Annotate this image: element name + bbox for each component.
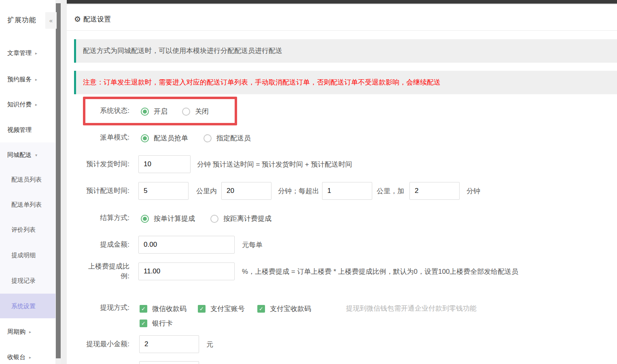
floor-fee-row: %，上楼费提成 = 订单上楼费 * 上楼费提成比例，默认为0，设置100上楼费全… bbox=[138, 262, 518, 280]
checkbox-checked-icon[interactable]: ✓ bbox=[257, 305, 265, 313]
dispatch-mode-label: 派单模式: bbox=[77, 133, 129, 142]
sidebar-subitem-withdraw-records[interactable]: 提现记录 bbox=[11, 277, 36, 285]
sidebar-item-articles[interactable]: 文章管理▸ bbox=[7, 49, 37, 57]
system-status-options: 开启 关闭 bbox=[141, 107, 209, 116]
radio-unselected-icon[interactable] bbox=[204, 134, 212, 142]
delivery-km-input[interactable] bbox=[138, 182, 189, 200]
floor-fee-label: 上楼费提成比例: bbox=[87, 262, 129, 281]
page-title: 配送设置 bbox=[83, 15, 111, 23]
sidebar-item-cashier[interactable]: 收银台▸ bbox=[7, 353, 31, 361]
sidebar-submenu-region bbox=[0, 142, 55, 294]
chevron-right-icon: ▸ bbox=[29, 330, 31, 334]
min-withdraw-suffix: 元 bbox=[206, 340, 213, 349]
delivery-extra-km-input[interactable] bbox=[322, 182, 372, 200]
radio-selected-icon[interactable] bbox=[141, 215, 149, 223]
partial-bottom-input[interactable] bbox=[139, 361, 199, 364]
chevron-down-icon: ▾ bbox=[35, 153, 37, 157]
radio-option-assign[interactable]: 指定配送员 bbox=[204, 133, 251, 143]
header-divider bbox=[67, 30, 617, 31]
ship-time-suffix: 分钟 预计送达时间 = 预计发货时间 + 预计配送时间 bbox=[197, 160, 352, 169]
radio-unselected-icon[interactable] bbox=[182, 108, 190, 116]
system-status-label: 系统状态: bbox=[77, 106, 129, 116]
settle-mode-options: 按单计算提成 按距离计费提成 bbox=[141, 214, 271, 223]
sidebar-subitem-review-list[interactable]: 评价列表 bbox=[11, 226, 36, 234]
sidebar-item-video[interactable]: 视频管理 bbox=[7, 126, 32, 134]
sidebar-item-booking[interactable]: 预约服务▸ bbox=[7, 75, 37, 83]
withdraw-methods-label: 提现方式: bbox=[77, 303, 129, 313]
withdraw-note: 提现到微信钱包需开通企业付款到零钱功能 bbox=[346, 304, 477, 313]
checkbox-option-alipay-account[interactable]: ✓ 支付宝账号 bbox=[198, 304, 245, 313]
min-withdraw-label: 提现最小金额: bbox=[77, 339, 129, 349]
radio-unselected-icon[interactable] bbox=[210, 215, 218, 223]
delivery-min-input[interactable] bbox=[221, 182, 271, 200]
min-withdraw-row: 元 bbox=[139, 335, 213, 353]
ship-time-label: 预计发货时间: bbox=[77, 159, 129, 169]
chevron-double-left-icon: « bbox=[49, 17, 53, 24]
sidebar-subitem-commission-detail[interactable]: 提成明细 bbox=[11, 251, 36, 259]
radio-option-on[interactable]: 开启 bbox=[141, 107, 168, 116]
checkbox-option-bank-card[interactable]: ✓ 银行卡 bbox=[140, 319, 173, 328]
sidebar-item-city-delivery[interactable]: 同城配送▾ bbox=[7, 151, 37, 159]
sidebar-subitem-delivery-orders[interactable]: 配送单列表 bbox=[11, 201, 42, 209]
chevron-right-icon: ▸ bbox=[35, 51, 37, 55]
commission-row: 元每单 bbox=[138, 236, 263, 254]
dispatch-mode-options: 配送员抢单 指定配送员 bbox=[141, 133, 251, 143]
chevron-right-icon: ▸ bbox=[35, 77, 37, 82]
main-content-card: ⚙配送设置 配送方式为同城配送时，可以使用本模块进行分配配送员进行配送 注意：订… bbox=[67, 5, 617, 364]
withdraw-methods-row2: ✓ 银行卡 bbox=[140, 319, 173, 328]
chevron-right-icon: ▸ bbox=[35, 102, 37, 107]
sidebar-item-subscription[interactable]: 周期购▸ bbox=[7, 328, 31, 336]
floor-fee-suffix: %，上楼费提成 = 订单上楼费 * 上楼费提成比例，默认为0，设置100上楼费全… bbox=[242, 267, 518, 276]
delivery-extra-min-input[interactable] bbox=[409, 182, 460, 200]
radio-option-by-distance[interactable]: 按距离计费提成 bbox=[210, 214, 271, 223]
sidebar-subitem-system-settings[interactable]: 系统设置 bbox=[11, 302, 36, 310]
sidebar-title: 扩展功能 bbox=[7, 15, 36, 25]
checkbox-option-alipay-code[interactable]: ✓ 支付宝收款码 bbox=[257, 304, 311, 313]
floor-fee-input[interactable] bbox=[138, 262, 235, 280]
withdraw-methods-row1: ✓ 微信收款码 ✓ 支付宝账号 ✓ 支付宝收款码 bbox=[140, 304, 311, 313]
warning-banner: 注意：订单发生退款时，需要进入对应的配送订单列表，手动取消配送订单，否则配送订单… bbox=[74, 71, 617, 94]
radio-selected-icon[interactable] bbox=[141, 134, 149, 142]
commission-label: 提成金额: bbox=[77, 240, 129, 250]
radio-selected-icon[interactable] bbox=[141, 108, 149, 116]
ship-time-input[interactable] bbox=[138, 155, 191, 173]
radio-option-per-order[interactable]: 按单计算提成 bbox=[141, 214, 195, 223]
checkbox-checked-icon[interactable]: ✓ bbox=[198, 305, 206, 313]
sidebar-subitem-courier-list[interactable]: 配送员列表 bbox=[11, 176, 42, 184]
commission-suffix: 元每单 bbox=[242, 240, 263, 250]
checkbox-option-wechat-code[interactable]: ✓ 微信收款码 bbox=[140, 304, 187, 313]
info-banner: 配送方式为同城配送时，可以使用本模块进行分配配送员进行配送 bbox=[74, 39, 617, 63]
sidebar-collapse-button[interactable]: « bbox=[45, 12, 57, 29]
sidebar: 扩展功能 « 文章管理▸ 预约服务▸ 知识付费▸ 视频管理 同城配送▾ 配送员列… bbox=[0, 0, 55, 364]
top-dark-bar bbox=[67, 0, 617, 4]
gear-icon: ⚙ bbox=[74, 15, 81, 23]
radio-option-off[interactable]: 关闭 bbox=[182, 107, 209, 116]
commission-input[interactable] bbox=[138, 236, 235, 254]
sidebar-item-knowledge[interactable]: 知识付费▸ bbox=[7, 100, 37, 108]
delivery-time-row: 公里内 分钟；每超出 公里，加 分钟 bbox=[138, 182, 480, 200]
checkbox-checked-icon[interactable]: ✓ bbox=[140, 320, 147, 327]
ship-time-row: 分钟 预计送达时间 = 预计发货时间 + 预计配送时间 bbox=[138, 155, 352, 173]
settle-mode-label: 结算方式: bbox=[77, 213, 129, 223]
sidebar-scrollbar-thumb[interactable] bbox=[56, 3, 61, 358]
min-withdraw-input[interactable] bbox=[139, 335, 199, 353]
radio-option-grab[interactable]: 配送员抢单 bbox=[141, 133, 188, 143]
checkbox-checked-icon[interactable]: ✓ bbox=[140, 305, 147, 313]
page-header: ⚙配送设置 bbox=[74, 15, 111, 24]
chevron-right-icon: ▸ bbox=[29, 355, 31, 360]
delivery-time-label: 预计配送时间: bbox=[77, 186, 129, 196]
